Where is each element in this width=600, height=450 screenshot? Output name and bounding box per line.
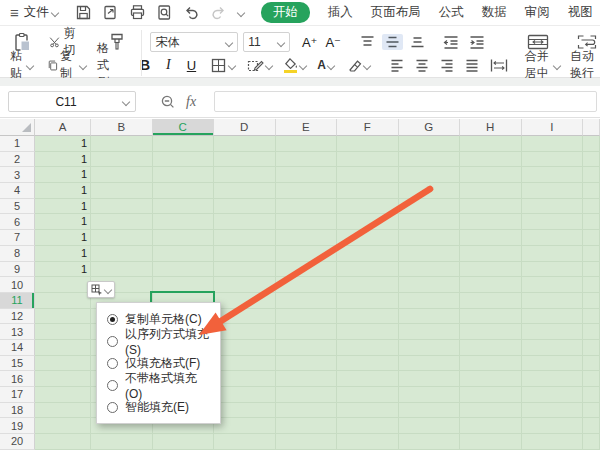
formula-input[interactable]	[214, 91, 597, 112]
cell-E19[interactable]	[276, 418, 338, 434]
cell-E2[interactable]	[276, 152, 338, 168]
row-header-13[interactable]: 13	[0, 324, 35, 340]
cell-I9[interactable]	[522, 262, 584, 278]
cell-H6[interactable]	[460, 214, 522, 230]
row-header-12[interactable]: 12	[0, 309, 35, 325]
print-button[interactable]	[129, 4, 147, 22]
cell-G2[interactable]	[399, 152, 461, 168]
cell-G15[interactable]	[399, 356, 461, 372]
cell-D20[interactable]	[214, 434, 276, 450]
cell-D3[interactable]	[214, 167, 276, 183]
cell-H11[interactable]	[460, 293, 522, 309]
borders-button[interactable]	[208, 57, 238, 74]
cell-H17[interactable]	[460, 387, 522, 403]
align-right-button[interactable]	[437, 58, 457, 73]
cell-C6[interactable]	[153, 214, 215, 230]
row-header-7[interactable]: 7	[0, 230, 35, 246]
paste-button[interactable]: 粘贴	[8, 48, 33, 82]
cell-G11[interactable]	[399, 293, 461, 309]
row-header-19[interactable]: 19	[0, 418, 35, 434]
row-header-15[interactable]: 15	[0, 356, 35, 372]
tab-formulas[interactable]: 公式	[439, 4, 464, 21]
cell-F7[interactable]	[337, 230, 399, 246]
cell-F2[interactable]	[337, 152, 399, 168]
cell-D6[interactable]	[214, 214, 276, 230]
row-header-14[interactable]: 14	[0, 340, 35, 356]
cell-I16[interactable]	[522, 371, 584, 387]
tab-insert[interactable]: 插入	[328, 4, 353, 21]
cell-A7[interactable]: 1	[35, 230, 91, 246]
cell-I1[interactable]	[522, 136, 584, 152]
cell-I10[interactable]	[522, 277, 584, 293]
cell-E11[interactable]	[276, 293, 338, 309]
row-header-17[interactable]: 17	[0, 387, 35, 403]
cell-G14[interactable]	[399, 340, 461, 356]
cell-F6[interactable]	[337, 214, 399, 230]
tab-review[interactable]: 审阅	[525, 4, 550, 21]
cell-F1[interactable]	[337, 136, 399, 152]
cell-F13[interactable]	[337, 324, 399, 340]
column-header-D[interactable]: D	[214, 119, 276, 136]
align-justify-button[interactable]	[462, 58, 482, 73]
font-size-select[interactable]: 11	[243, 32, 290, 52]
cell-A15[interactable]	[35, 356, 91, 372]
cell-F16[interactable]	[337, 371, 399, 387]
cell-F12[interactable]	[337, 309, 399, 325]
cell-C2[interactable]	[153, 152, 215, 168]
cell-F10[interactable]	[337, 277, 399, 293]
increase-font-button[interactable]: A⁺	[300, 35, 320, 50]
cell-E3[interactable]	[276, 167, 338, 183]
increase-indent-button[interactable]	[466, 34, 488, 50]
cell-I12[interactable]	[522, 309, 584, 325]
hamburger-icon[interactable]: ≡	[10, 4, 19, 21]
column-header-F[interactable]: F	[337, 119, 399, 136]
copy-button[interactable]: 复制	[45, 48, 87, 82]
cell-C4[interactable]	[153, 183, 215, 199]
cell-I3[interactable]	[522, 167, 584, 183]
column-header-I[interactable]: I	[522, 119, 584, 136]
cell-A2[interactable]: 1	[35, 152, 91, 168]
decrease-indent-button[interactable]	[440, 34, 462, 50]
align-top-button[interactable]	[357, 34, 378, 50]
cell-A13[interactable]	[35, 324, 91, 340]
cell-D1[interactable]	[214, 136, 276, 152]
cell-H8[interactable]	[460, 246, 522, 262]
cell-C1[interactable]	[153, 136, 215, 152]
distributed-align-button[interactable]	[487, 58, 511, 73]
cell-A10[interactable]	[35, 277, 91, 293]
cell-E14[interactable]	[276, 340, 338, 356]
cell-B20[interactable]	[91, 434, 153, 450]
column-header-H[interactable]: H	[460, 119, 522, 136]
eraser-button[interactable]	[343, 57, 373, 73]
save-button[interactable]	[75, 4, 93, 22]
row-header-16[interactable]: 16	[0, 371, 35, 387]
row-header-4[interactable]: 4	[0, 183, 35, 199]
cell-E10[interactable]	[276, 277, 338, 293]
cell-A18[interactable]	[35, 403, 91, 419]
row-header-1[interactable]: 1	[0, 136, 35, 152]
italic-button[interactable]: I	[164, 57, 173, 73]
cell-G17[interactable]	[399, 387, 461, 403]
draw-border-button[interactable]	[244, 57, 275, 74]
cell-A17[interactable]	[35, 387, 91, 403]
menu-item-fill-without-formatting[interactable]: 不带格式填充(O)	[97, 374, 220, 396]
cell-D2[interactable]	[214, 152, 276, 168]
cell-G10[interactable]	[399, 277, 461, 293]
cell-G8[interactable]	[399, 246, 461, 262]
cell-A11[interactable]	[35, 293, 91, 309]
cell-F11[interactable]	[337, 293, 399, 309]
cell-I15[interactable]	[522, 356, 584, 372]
cell-H15[interactable]	[460, 356, 522, 372]
insert-function-button[interactable]: fx	[186, 94, 196, 110]
cell-G3[interactable]	[399, 167, 461, 183]
cell-B9[interactable]	[91, 262, 153, 278]
cell-A9[interactable]: 1	[35, 262, 91, 278]
cell-C7[interactable]	[153, 230, 215, 246]
row-header-2[interactable]: 2	[0, 152, 35, 168]
align-middle-button[interactable]	[382, 34, 403, 50]
cell-E7[interactable]	[276, 230, 338, 246]
row-header-6[interactable]: 6	[0, 214, 35, 230]
redo-button[interactable]	[210, 4, 228, 22]
cell-C20[interactable]	[153, 434, 215, 450]
column-header-B[interactable]: B	[91, 119, 153, 136]
